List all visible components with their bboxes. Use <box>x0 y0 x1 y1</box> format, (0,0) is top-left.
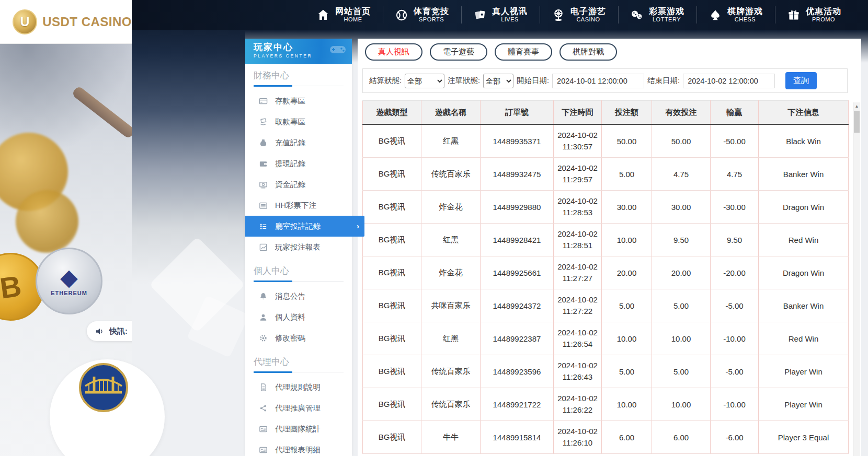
cell-game-name: 炸金花 <box>421 256 481 289</box>
scrollbar-up-arrow[interactable]: ▲ <box>853 102 860 110</box>
ethereum-coin-decor: ◆ ETHEREUM <box>36 248 102 314</box>
cell-bet-info: Red Win <box>759 322 849 355</box>
gavel-decor <box>71 85 132 139</box>
sidebar-item-agent-promotion[interactable]: 代理推廣管理 <box>245 397 352 418</box>
settle-status-select[interactable]: 全部 <box>405 74 444 88</box>
sidebar-item-profile[interactable]: 個人資料 <box>245 307 352 328</box>
search-button[interactable]: 查詢 <box>785 72 817 89</box>
sidebar-item-announcements[interactable]: 消息公告 <box>245 286 352 307</box>
cell-win-loss: -50.00 <box>711 124 759 158</box>
sidebar-item-change-password[interactable]: 修改密碼 <box>245 328 352 348</box>
sidebar-item-hall-bet-records[interactable]: 廳室投註記錄 › <box>245 216 364 237</box>
agent-menu: 代理規則說明 代理推廣管理 代理團隊統計 代理報表明細 <box>245 372 352 456</box>
nav-item-lives[interactable]: 真人视讯LIVES <box>461 0 540 30</box>
col-bet-amount: 投注額 <box>602 101 652 125</box>
cell-bet-amount: 5.00 <box>602 355 652 388</box>
bet-records-table: 遊戲類型 遊戲名稱 訂單號 下注時間 投注額 有效投注 輸贏 下注信息 BG视讯… <box>362 100 849 454</box>
top-navigation: 网站首页HOME 体育竞技SPORTS 真人视讯LIVES 电子游艺CASINO… <box>132 0 868 30</box>
tab-live-video[interactable]: 真人視訊 <box>365 43 422 61</box>
start-date-label: 開始日期: <box>517 76 549 86</box>
bank-card-icon <box>259 97 268 106</box>
sidebar-item-funds-record[interactable]: 資金記錄 <box>245 174 352 195</box>
cell-win-loss: -5.00 <box>711 289 759 322</box>
end-date-label: 结束日期: <box>647 76 680 86</box>
ethereum-diamond-icon: ◆ <box>60 266 78 289</box>
nav-item-lottery[interactable]: 彩票游戏LOTTERY <box>618 0 696 30</box>
sidebar-item-deposit[interactable]: 存款專區 <box>245 90 352 111</box>
sidebar-item-agent-report-detail[interactable]: 代理報表明細 <box>245 439 352 456</box>
sidebar-item-recharge-record[interactable]: 充值記錄 <box>245 132 352 153</box>
sidebar-item-label: 代理團隊統計 <box>275 423 321 435</box>
nav-item-sports[interactable]: 体育竞技SPORTS <box>383 0 461 30</box>
cell-game-name: 炸金花 <box>421 191 481 224</box>
cell-bet-time: 2024-10-0211:29:57 <box>554 158 602 191</box>
cell-win-loss: -10.00 <box>711 322 759 355</box>
cell-game-type: BG视讯 <box>363 158 421 191</box>
nav-label-zh: 真人视讯 <box>492 7 528 16</box>
cell-bet-time: 2024-10-0211:30:57 <box>554 124 602 158</box>
hand-withdraw-icon <box>259 118 268 126</box>
cell-game-type: BG视讯 <box>363 191 421 224</box>
table-row: BG视讯传统百家乐144899235962024-10-0211:26:435.… <box>363 355 849 388</box>
tab-electronic-games[interactable]: 電子遊藝 <box>430 43 487 61</box>
table-row: BG视讯红黑144899284212024-10-0211:28:5110.00… <box>363 224 849 256</box>
cell-win-loss: -6.00 <box>711 421 759 454</box>
cell-bet-time: 2024-10-0211:27:27 <box>554 256 602 289</box>
end-date-input[interactable] <box>683 74 775 88</box>
nav-item-home[interactable]: 网站首页HOME <box>304 0 383 30</box>
sidebar-item-withdrawal-record[interactable]: 提現記錄 <box>245 153 352 174</box>
sidebar-item-hh-lottery-bets[interactable]: HH彩票下注 <box>245 195 352 216</box>
nav-item-chess[interactable]: 棋牌游戏CHESS <box>696 0 775 30</box>
start-date-input[interactable] <box>552 74 644 88</box>
cell-bet-info: Player 3 Equal <box>759 421 849 454</box>
roulette-icon <box>552 8 565 22</box>
table-header-row: 遊戲類型 遊戲名稱 訂單號 下注時間 投注額 有效投注 輸贏 下注信息 <box>363 101 849 125</box>
nav-item-promo[interactable]: 优惠活动PROMO <box>775 0 853 30</box>
sidebar-item-player-bet-report[interactable]: 玩家投注報表 <box>245 237 352 258</box>
sidebar-item-label: 個人資料 <box>275 311 305 323</box>
bet-record-icon <box>259 222 268 231</box>
table-row: BG视讯炸金花144899256612024-10-0211:27:2720.0… <box>363 256 849 289</box>
scrollbar-thumb[interactable] <box>854 111 860 133</box>
sidebar-item-withdraw[interactable]: 取款專區 <box>245 111 352 132</box>
table-scrollbar[interactable]: ▲ <box>853 102 860 456</box>
table-row: BG视讯炸金花144899298802024-10-0211:28:5330.0… <box>363 191 849 224</box>
cell-order-no: 14489921722 <box>481 388 554 421</box>
cell-order-no: 14489932475 <box>481 158 554 191</box>
cell-bet-amount: 10.00 <box>602 224 652 256</box>
table-row: BG视讯牛牛144899158142024-10-0211:26:106.006… <box>363 421 849 454</box>
report-chart-icon <box>259 243 268 252</box>
ball-icon <box>395 8 408 22</box>
nav-label-en: SPORTS <box>419 16 444 23</box>
lottery-list-icon <box>259 201 268 210</box>
gear-icon <box>259 334 268 343</box>
cell-game-type: BG视讯 <box>363 421 421 454</box>
order-status-select[interactable]: 全部 <box>483 74 513 88</box>
nav-item-casino[interactable]: 电子游艺CASINO <box>540 0 618 30</box>
brand-name: USDT CASINO <box>42 15 132 29</box>
lottery-balls-icon <box>630 8 644 22</box>
ethereum-label: ETHEREUM <box>51 290 87 296</box>
table-row: BG视讯传统百家乐144899324752024-10-0211:29:575.… <box>363 158 849 191</box>
cell-bet-info: Player Win <box>759 355 849 388</box>
sidebar-item-label: 資金記錄 <box>275 179 305 190</box>
brand-logo-icon: U <box>13 9 37 34</box>
cell-game-name: 牛牛 <box>421 421 481 454</box>
sidebar-item-agent-rules[interactable]: 代理規則說明 <box>245 377 352 397</box>
sidebar-item-label: HH彩票下注 <box>275 200 316 211</box>
tab-chess-battle[interactable]: 棋牌對戰 <box>559 43 617 61</box>
nav-label-zh: 彩票游戏 <box>649 7 684 16</box>
cell-order-no: 14489923596 <box>481 355 554 388</box>
tab-sports-events[interactable]: 體育賽事 <box>495 43 552 61</box>
col-bet-info: 下注信息 <box>759 101 849 125</box>
cell-bet-amount: 20.00 <box>602 256 652 289</box>
sidebar-item-label: 代理規則說明 <box>275 381 321 393</box>
cell-valid-bet: 4.75 <box>652 158 711 191</box>
brand-header[interactable]: U USDT CASINO <box>0 0 132 44</box>
sidebar-item-agent-team-stats[interactable]: 代理團隊統計 <box>245 418 352 439</box>
id-card-icon <box>259 446 268 454</box>
col-bet-time: 下注時間 <box>554 101 602 125</box>
cell-bet-time: 2024-10-0211:26:22 <box>554 388 602 421</box>
cell-bet-info: Black Win <box>759 124 849 158</box>
sidebar-item-label: 充值記錄 <box>275 137 305 148</box>
